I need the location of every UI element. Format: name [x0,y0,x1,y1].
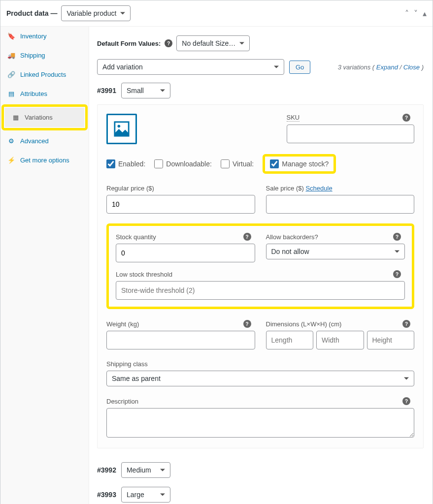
backorders-col: Allow backorders? ? Do not allow [266,233,405,262]
highlight-variations: ▦ Variations [1,104,88,130]
close-paren: ) [422,63,424,71]
variation-attribute-value: Small [127,87,144,94]
variation-image-col [106,114,137,144]
virtual-checkbox-wrapper[interactable]: Virtual: [221,159,254,168]
low-stock-input[interactable] [116,281,405,300]
stock-qty-label: Stock quantity [116,233,156,241]
stock-qty-input[interactable] [116,244,255,262]
product-data-panel: Product data — Variable product ˄ ˅ ▴ 🔖 … [0,0,433,504]
sidebar-item-label: Advanced [20,137,49,145]
help-icon[interactable]: ? [243,320,251,328]
sidebar-item-more[interactable]: ⚡ Get more options [0,151,89,170]
shipping-class-row: Shipping class Same as parent [106,360,414,386]
chevron-down-icon[interactable]: ˅ [414,9,418,18]
help-icon[interactable]: ? [393,233,401,241]
weight-dim-row: Weight (kg) ? Dimensions (L×W×H) (cm) ? [106,320,414,349]
default-size-select[interactable]: No default Size… [176,35,250,51]
low-stock-label: Low stock threshold [116,271,172,278]
sidebar-item-label: Inventory [20,32,46,40]
downloadable-label: Downloadable: [166,160,212,168]
weight-input[interactable] [106,331,255,349]
regular-price-col: Regular price ($) [106,185,255,214]
add-variation-row: Add variation Go 3 variations ( Expand /… [97,59,424,75]
sidebar-item-label: Shipping [20,52,45,59]
backorders-select[interactable]: Do not allow [266,244,405,259]
variation-image-upload[interactable] [106,114,137,144]
expand-link[interactable]: Expand [376,63,398,71]
downloadable-checkbox[interactable] [154,159,163,168]
default-size-value: No default Size… [182,39,235,47]
help-icon[interactable]: ? [165,39,172,47]
backorders-value: Do not allow [271,248,309,255]
shipping-class-select[interactable]: Same as parent [106,371,414,386]
enabled-checkbox-wrapper[interactable]: Enabled: [106,159,145,168]
sidebar-item-variations[interactable]: ▦ Variations [5,108,84,127]
sidebar-item-attributes[interactable]: ▤ Attributes [0,84,89,103]
chevron-up-icon[interactable]: ˄ [405,9,409,18]
help-icon[interactable]: ? [402,397,410,405]
length-input[interactable] [266,331,314,349]
image-sku-row: SKU ? [106,114,414,144]
sidebar-item-label: Linked Products [20,71,66,78]
stock-qty-label-row: Stock quantity ? [116,233,255,241]
sidebar-item-shipping[interactable]: 🚚 Shipping [0,46,89,65]
description-label-row: Description ? [106,397,414,405]
virtual-label: Virtual: [233,160,254,168]
product-type-value: Variable product [67,9,116,17]
virtual-checkbox[interactable] [221,159,230,168]
sidebar-item-inventory[interactable]: 🔖 Inventory [0,27,89,46]
variation-header-2[interactable]: #3992 Medium [97,462,424,478]
enabled-label: Enabled: [118,160,145,168]
highlight-stock-section: Stock quantity ? Allow backorders? ? [106,223,414,309]
weight-label: Weight (kg) [106,320,139,328]
stock-row: Stock quantity ? Allow backorders? ? [116,233,405,262]
panel-body: 🔖 Inventory 🚚 Shipping 🔗 Linked Products… [0,27,433,504]
open-paren: ( [372,63,374,71]
link-icon: 🔗 [7,71,15,78]
shipping-icon: 🚚 [7,52,15,59]
sku-input[interactable] [287,125,415,143]
manage-stock-checkbox[interactable] [270,159,279,168]
go-button[interactable]: Go [289,61,310,74]
sidebar-item-linked[interactable]: 🔗 Linked Products [0,65,89,84]
variation-attribute-select[interactable]: Small [121,83,170,98]
close-link[interactable]: Close [403,63,420,71]
product-type-select[interactable]: Variable product [61,5,131,21]
shipping-class-value: Same as parent [112,375,161,382]
regular-price-label: Regular price ($) [106,185,255,192]
variation-action-value: Add variation [102,63,143,71]
sidebar-item-label: Attributes [20,90,47,97]
help-icon[interactable]: ? [402,320,410,328]
schedule-link[interactable]: Schedule [305,185,332,192]
sale-price-input[interactable] [266,195,415,214]
help-icon[interactable]: ? [402,114,410,122]
variation-attribute-select[interactable]: Large [121,487,170,503]
height-input[interactable] [367,331,415,349]
sidebar-item-label: Variations [25,114,53,121]
enabled-checkbox[interactable] [106,159,115,168]
manage-stock-checkbox-wrapper[interactable]: Manage stock? [270,159,329,168]
low-stock-row: Low stock threshold ? [116,270,405,300]
regular-price-input[interactable] [106,195,255,214]
grid-icon: ▦ [12,114,20,121]
panel-header: Product data — Variable product ˄ ˅ ▴ [0,0,433,27]
sale-price-label-row: Sale price ($) Schedule [266,185,415,192]
sidebar-item-advanced[interactable]: ⚙ Advanced [0,131,89,151]
sale-price-col: Sale price ($) Schedule [266,185,415,214]
description-textarea[interactable] [106,408,414,438]
price-row: Regular price ($) Sale price ($) Schedul… [106,185,414,214]
shipping-class-label: Shipping class [106,360,414,368]
help-icon[interactable]: ? [243,233,251,241]
collapse-icon[interactable]: ▴ [423,9,427,18]
variation-attribute-select[interactable]: Medium [121,462,170,478]
downloadable-checkbox-wrapper[interactable]: Downloadable: [154,159,212,168]
sidebar: 🔖 Inventory 🚚 Shipping 🔗 Linked Products… [0,27,89,504]
variation-header-3[interactable]: #3993 Large [97,487,424,503]
variation-action-select[interactable]: Add variation [97,59,284,75]
width-input[interactable] [316,331,364,349]
plug-icon: ⚡ [7,157,15,164]
slash: / [400,63,403,71]
highlight-manage-stock: Manage stock? [263,154,336,174]
image-icon [113,121,130,137]
help-icon[interactable]: ? [393,270,401,278]
